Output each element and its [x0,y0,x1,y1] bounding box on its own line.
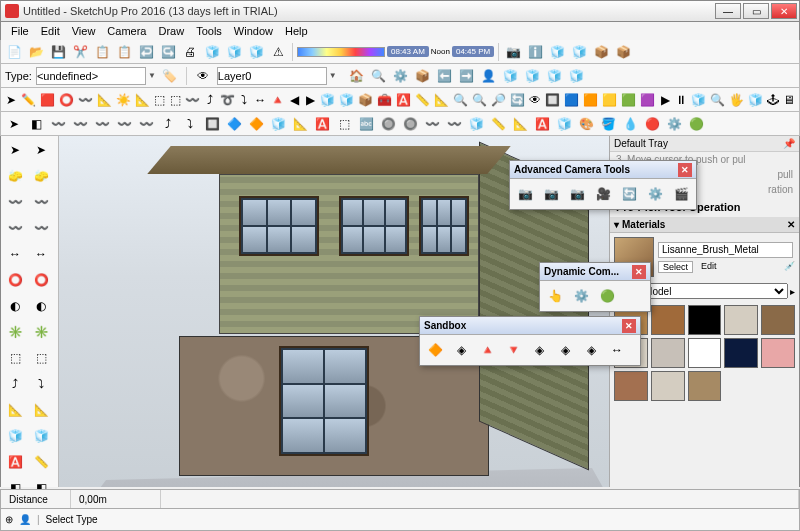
draw-btn-28[interactable]: 💧 [620,114,640,134]
dc-btn-0[interactable]: 👆 [543,284,567,308]
left-btn-18[interactable]: ⤴ [3,372,27,396]
sand-btn-2[interactable]: 🔺 [475,338,499,362]
large-btn-28[interactable]: 🔄 [509,90,526,110]
large-btn-21[interactable]: 🧰 [376,90,393,110]
draw-btn-0[interactable]: ➤ [4,114,24,134]
left-btn-15[interactable]: ✳️ [29,320,53,344]
ext-btn-2[interactable]: 🧊 [547,42,567,62]
left-btn-21[interactable]: 📐 [29,398,53,422]
large-btn-34[interactable]: 🟩 [620,90,637,110]
ext-btn-4[interactable]: 📦 [591,42,611,62]
draw-btn-25[interactable]: 🧊 [554,114,574,134]
dc-btn-1[interactable]: ⚙️ [569,284,593,308]
draw-btn-23[interactable]: 📐 [510,114,530,134]
material-name-input[interactable] [658,242,793,258]
left-btn-0[interactable]: ➤ [3,138,27,162]
large-btn-8[interactable]: ⬚ [153,90,167,110]
act-btn-5[interactable]: ⚙️ [643,182,667,206]
menu-help[interactable]: Help [279,25,314,37]
advanced-camera-tools-panel[interactable]: Advanced Camera Tools✕ 📷📷📷🎥🔄⚙️🎬 [509,160,697,210]
menu-camera[interactable]: Camera [101,25,152,37]
material-library-select[interactable]: In Model [628,283,788,299]
left-btn-1[interactable]: ➤ [29,138,53,162]
nav-btn-4[interactable]: ⬅️ [435,66,455,86]
eyedropper-icon[interactable]: 💉 [784,261,795,273]
std-btn-11[interactable]: 🧊 [246,42,266,62]
large-btn-26[interactable]: 🔍 [471,90,488,110]
sandbox-panel[interactable]: Sandbox✕ 🔶◈🔺🔻◈◈◈↔ [419,316,641,366]
dropdown-icon[interactable]: ▼ [148,71,156,80]
large-btn-33[interactable]: 🟨 [601,90,618,110]
geo-icon[interactable]: ⊕ [5,514,13,525]
materials-section-header[interactable]: ▾ Materials ✕ [610,217,799,233]
left-btn-14[interactable]: ✳️ [3,320,27,344]
draw-btn-9[interactable]: 🔲 [202,114,222,134]
draw-btn-17[interactable]: 🔘 [378,114,398,134]
left-btn-17[interactable]: ⬚ [29,346,53,370]
nav-btn-1[interactable]: 🔍 [369,66,389,86]
material-swatch-12[interactable] [688,371,722,401]
large-btn-5[interactable]: 📐 [96,90,113,110]
material-edit-tab[interactable]: Edit [697,261,721,273]
left-btn-19[interactable]: ⤵ [29,372,53,396]
large-btn-18[interactable]: 🧊 [319,90,336,110]
dynamic-components-panel[interactable]: Dynamic Com...✕ 👆⚙️🟢 [539,262,651,312]
left-btn-7[interactable]: 〰️ [29,216,53,240]
act-btn-2[interactable]: 📷 [565,182,589,206]
act-btn-6[interactable]: 🎬 [669,182,693,206]
material-swatch-2[interactable] [688,305,722,335]
large-btn-25[interactable]: 🔍 [452,90,469,110]
draw-btn-19[interactable]: 〰️ [422,114,442,134]
std-btn-10[interactable]: 🧊 [224,42,244,62]
large-btn-24[interactable]: 📐 [433,90,450,110]
dropdown-icon[interactable]: ▼ [329,71,337,80]
large-btn-12[interactable]: ➰ [219,90,236,110]
large-btn-35[interactable]: 🟪 [639,90,656,110]
large-btn-7[interactable]: 📐 [134,90,151,110]
large-btn-15[interactable]: 🔺 [269,90,286,110]
large-btn-17[interactable]: ▶ [304,90,318,110]
close-button[interactable]: ✕ [771,3,797,19]
large-btn-22[interactable]: 🅰️ [395,90,412,110]
large-btn-19[interactable]: 🧊 [338,90,355,110]
draw-btn-1[interactable]: ◧ [26,114,46,134]
std-btn-6[interactable]: ↩️ [136,42,156,62]
draw-btn-20[interactable]: 〰️ [444,114,464,134]
std-btn-2[interactable]: 💾 [48,42,68,62]
draw-btn-12[interactable]: 🧊 [268,114,288,134]
ext-btn-1[interactable]: ℹ️ [525,42,545,62]
month-strip[interactable] [297,47,385,57]
left-btn-16[interactable]: ⬚ [3,346,27,370]
std-btn-4[interactable]: 📋 [92,42,112,62]
menu-tools[interactable]: Tools [190,25,228,37]
left-btn-10[interactable]: ⭕ [3,268,27,292]
large-btn-11[interactable]: ⤴ [203,90,217,110]
section-close-icon[interactable]: ✕ [787,219,795,230]
draw-btn-14[interactable]: 🅰️ [312,114,332,134]
draw-btn-18[interactable]: 🔘 [400,114,420,134]
large-btn-14[interactable]: ↔ [253,90,267,110]
material-swatch-1[interactable] [651,305,685,335]
draw-btn-24[interactable]: 🅰️ [532,114,552,134]
left-btn-22[interactable]: 🧊 [3,424,27,448]
large-btn-42[interactable]: 🕹 [766,90,780,110]
draw-btn-10[interactable]: 🔷 [224,114,244,134]
large-btn-36[interactable]: ▶ [658,90,672,110]
sand-btn-3[interactable]: 🔻 [501,338,525,362]
std-btn-0[interactable]: 📄 [4,42,24,62]
large-btn-40[interactable]: 🖐 [728,90,745,110]
draw-btn-7[interactable]: ⤴ [158,114,178,134]
large-btn-30[interactable]: 🔲 [544,90,561,110]
left-btn-24[interactable]: 🅰️ [3,450,27,474]
material-swatch-9[interactable] [761,338,795,368]
large-btn-6[interactable]: ☀️ [115,90,132,110]
minimize-button[interactable]: — [715,3,741,19]
viewport-3d[interactable]: Default Tray 📌 3. Move cursor to push or… [59,136,799,487]
ext-btn-3[interactable]: 🧊 [569,42,589,62]
act-btn-4[interactable]: 🔄 [617,182,641,206]
sand-btn-6[interactable]: ◈ [579,338,603,362]
user-icon[interactable]: 👤 [19,514,31,525]
maximize-button[interactable]: ▭ [743,3,769,19]
panel-close-icon[interactable]: ✕ [678,163,692,177]
material-swatch-10[interactable] [614,371,648,401]
